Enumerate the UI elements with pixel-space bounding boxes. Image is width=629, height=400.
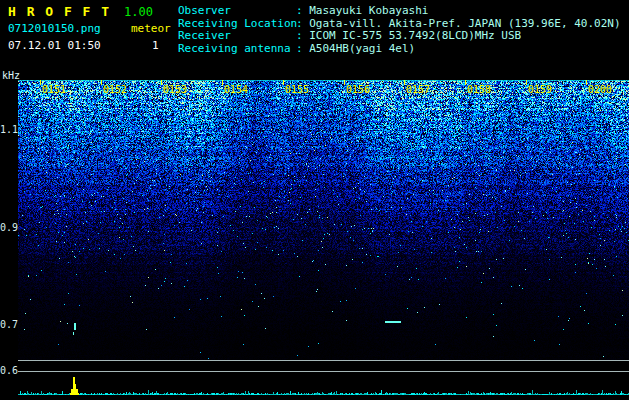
station-info-value: ICOM IC-575 53.7492(8LCD)MHz USB [309,30,521,43]
freq-axis-label: 1.1 [0,124,16,135]
separator-line-upper [18,360,629,361]
station-info-label: Receiving antenna [178,43,296,56]
freq-axis-label: 0.6 [0,365,16,376]
station-info-row: Receiver: ICOM IC-575 53.7492(8LCD)MHz U… [178,30,628,43]
station-info-value: Masayuki Kobayashi [309,5,428,18]
separator-line-lower [18,371,629,372]
station-info-label: Observer [178,5,296,18]
app-title: H R O F F T [8,4,111,19]
output-filename: 0712010150.png [8,22,101,35]
meteor-count: 1 [152,39,159,52]
datetime-label: 07.12.01 01:50 [8,39,101,52]
station-info: Observer: Masayuki KobayashiReceiving Lo… [178,5,628,55]
station-info-separator: : [296,5,309,18]
station-info-value: A504HB(yagi 4el) [309,43,415,56]
station-info-row: Observer: Masayuki Kobayashi [178,5,628,18]
activity-graph-canvas [18,372,629,400]
mode-label: meteor [131,22,171,35]
freq-axis-label: 0.7 [0,319,16,330]
station-info-row: Receiving antenna: A504HB(yagi 4el) [178,43,628,56]
station-info-label: Receiver [178,30,296,43]
app-version: 1.00 [124,5,153,19]
station-info-separator: : [296,43,309,56]
hrofft-screen: H R O F F T 1.00 0712010150.png meteor 0… [0,0,629,400]
freq-axis-label: 0.9 [0,222,16,233]
station-info-separator: : [296,30,309,43]
spectrogram-canvas [18,80,629,360]
